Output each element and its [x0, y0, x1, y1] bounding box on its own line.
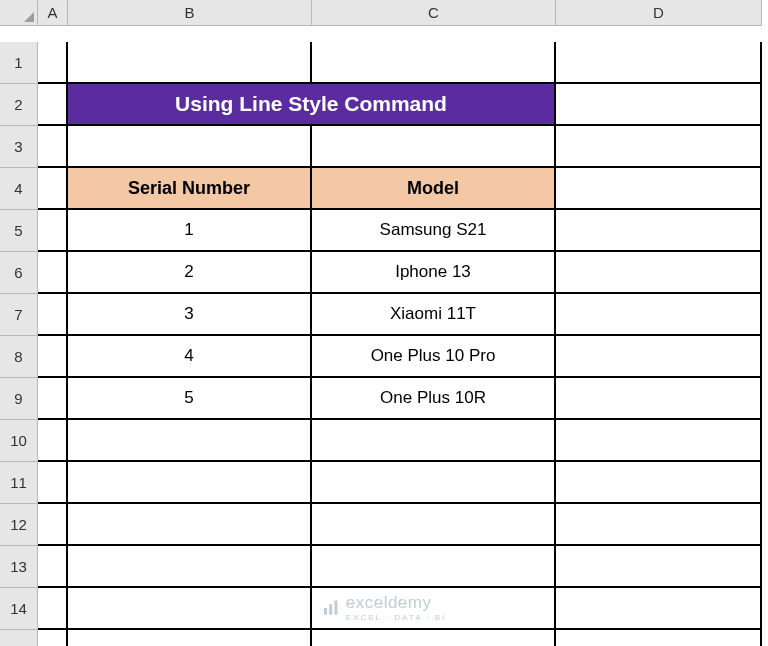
cell-model-2[interactable]: Xiaomi 11T — [312, 294, 556, 336]
header-serial[interactable]: Serial Number — [68, 168, 312, 210]
cell-B11[interactable] — [68, 462, 312, 504]
cell-A11[interactable] — [38, 462, 68, 504]
row-header-2[interactable]: 2 — [0, 84, 38, 126]
row-header-10[interactable]: 10 — [0, 420, 38, 462]
cell-A9[interactable] — [38, 378, 68, 420]
row-header-8[interactable]: 8 — [0, 336, 38, 378]
cell-D8[interactable] — [556, 336, 762, 378]
row-header-13[interactable]: 13 — [0, 546, 38, 588]
cell-model-1[interactable]: Iphone 13 — [312, 252, 556, 294]
cell-C13[interactable] — [312, 546, 556, 588]
header-model[interactable]: Model — [312, 168, 556, 210]
cell-C11[interactable] — [312, 462, 556, 504]
cell-B1[interactable] — [68, 42, 312, 84]
cell-D6[interactable] — [556, 252, 762, 294]
cell-A5[interactable] — [38, 210, 68, 252]
cell-A8[interactable] — [38, 336, 68, 378]
cell-model-0[interactable]: Samsung S21 — [312, 210, 556, 252]
cell-B3[interactable] — [68, 126, 312, 168]
cell-A10[interactable] — [38, 420, 68, 462]
cell-A1[interactable] — [38, 42, 68, 84]
cell-D7[interactable] — [556, 294, 762, 336]
cell-serial-1[interactable]: 2 — [68, 252, 312, 294]
cell-B15[interactable] — [68, 630, 312, 646]
cell-C10[interactable] — [312, 420, 556, 462]
cell-serial-4[interactable]: 5 — [68, 378, 312, 420]
cell-serial-2[interactable]: 3 — [68, 294, 312, 336]
cell-B13[interactable] — [68, 546, 312, 588]
row-header-15[interactable]: 15 — [0, 630, 38, 646]
cell-D2[interactable] — [556, 84, 762, 126]
cell-D4[interactable] — [556, 168, 762, 210]
cell-C12[interactable] — [312, 504, 556, 546]
cell-C3[interactable] — [312, 126, 556, 168]
col-header-C[interactable]: C — [312, 0, 556, 26]
cell-D13[interactable] — [556, 546, 762, 588]
row-header-3[interactable]: 3 — [0, 126, 38, 168]
col-header-B[interactable]: B — [68, 0, 312, 26]
cell-B10[interactable] — [68, 420, 312, 462]
select-all-corner[interactable] — [0, 0, 38, 26]
cell-C15[interactable] — [312, 630, 556, 646]
cell-C14[interactable] — [312, 588, 556, 630]
row-header-7[interactable]: 7 — [0, 294, 38, 336]
cell-model-3[interactable]: One Plus 10 Pro — [312, 336, 556, 378]
cell-A2[interactable] — [38, 84, 68, 126]
cell-A14[interactable] — [38, 588, 68, 630]
cell-D10[interactable] — [556, 420, 762, 462]
cell-D3[interactable] — [556, 126, 762, 168]
cell-D5[interactable] — [556, 210, 762, 252]
col-header-D[interactable]: D — [556, 0, 762, 26]
row-header-4[interactable]: 4 — [0, 168, 38, 210]
cell-A12[interactable] — [38, 504, 68, 546]
spreadsheet-grid: A B C D 1 2 Using Line Style Command 3 4… — [0, 0, 768, 646]
row-header-6[interactable]: 6 — [0, 252, 38, 294]
cell-C1[interactable] — [312, 42, 556, 84]
cell-serial-3[interactable]: 4 — [68, 336, 312, 378]
cell-A7[interactable] — [38, 294, 68, 336]
cell-A6[interactable] — [38, 252, 68, 294]
cell-model-4[interactable]: One Plus 10R — [312, 378, 556, 420]
cell-B12[interactable] — [68, 504, 312, 546]
cell-D9[interactable] — [556, 378, 762, 420]
row-header-11[interactable]: 11 — [0, 462, 38, 504]
row-header-12[interactable]: 12 — [0, 504, 38, 546]
cell-A3[interactable] — [38, 126, 68, 168]
title-cell[interactable]: Using Line Style Command — [68, 84, 556, 126]
row-header-5[interactable]: 5 — [0, 210, 38, 252]
cell-A15[interactable] — [38, 630, 68, 646]
cell-D11[interactable] — [556, 462, 762, 504]
cell-D14[interactable] — [556, 588, 762, 630]
cell-D12[interactable] — [556, 504, 762, 546]
cell-A13[interactable] — [38, 546, 68, 588]
row-header-1[interactable]: 1 — [0, 42, 38, 84]
row-header-14[interactable]: 14 — [0, 588, 38, 630]
cell-D15[interactable] — [556, 630, 762, 646]
row-header-9[interactable]: 9 — [0, 378, 38, 420]
cell-A4[interactable] — [38, 168, 68, 210]
cell-serial-0[interactable]: 1 — [68, 210, 312, 252]
cell-B14[interactable] — [68, 588, 312, 630]
col-header-A[interactable]: A — [38, 0, 68, 26]
cell-D1[interactable] — [556, 42, 762, 84]
